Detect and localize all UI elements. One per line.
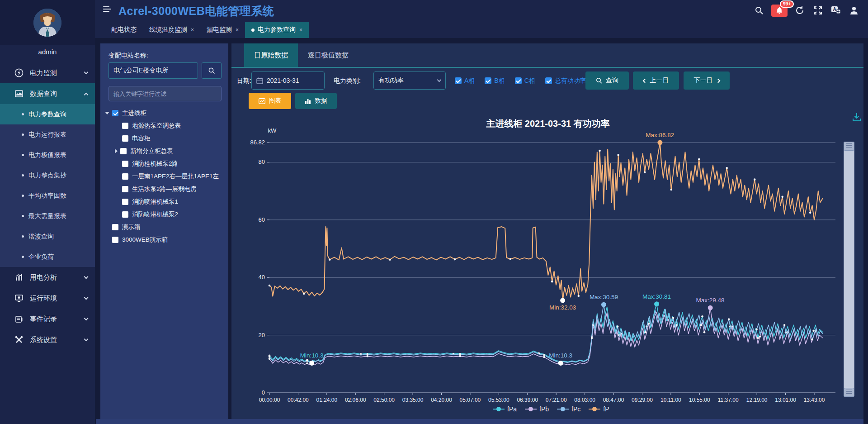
content-tab[interactable]: 日原始数据 — [244, 43, 298, 67]
menu-toggle-icon[interactable] — [103, 6, 111, 13]
sidebar-item[interactable]: 运行环境 — [0, 288, 95, 309]
power-type-select[interactable]: 有功功率 — [373, 71, 446, 90]
top-tab[interactable]: 漏电监测× — [200, 22, 245, 38]
tree-checkbox[interactable] — [122, 123, 128, 129]
tree-item[interactable]: 消防喷淋机械泵2 — [100, 208, 228, 221]
legend-item[interactable]: fPb — [525, 405, 549, 413]
bullet-dot — [22, 215, 24, 217]
sidebar-subitem[interactable]: 电力运行报表 — [0, 124, 95, 145]
sidebar-subitem[interactable]: 电力参数查询 — [0, 104, 95, 124]
sidebar-item[interactable]: 数据查询 — [0, 83, 95, 104]
phase-checkbox[interactable]: B相 — [485, 71, 505, 90]
tree-checkbox[interactable] — [122, 135, 128, 142]
sidebar-item[interactable]: 用电分析 — [0, 267, 95, 288]
analysis-icon — [14, 273, 24, 282]
tree-item[interactable]: 3000WEB演示箱 — [100, 233, 228, 246]
tree-item-label: 消防喷淋机械泵1 — [132, 198, 178, 206]
tree-checkbox[interactable] — [122, 211, 128, 218]
station-name-input[interactable] — [108, 62, 198, 79]
top-tab[interactable]: 线缆温度监测× — [143, 22, 200, 38]
content-tab[interactable]: 逐日极值数据 — [298, 43, 359, 67]
fullscreen-icon[interactable] — [812, 5, 824, 16]
svg-text:07:21:00: 07:21:00 — [546, 397, 567, 403]
next-day-button[interactable]: 下一日 — [684, 71, 730, 90]
close-tab-icon[interactable]: × — [236, 27, 239, 33]
notifications-bell-icon[interactable]: 99+ — [771, 5, 788, 17]
datazoom-bottom-handle[interactable] — [844, 388, 854, 397]
avatar-illustration — [33, 9, 61, 37]
tree-item[interactable]: 消防喷淋机械泵1 — [100, 195, 228, 208]
refresh-icon[interactable] — [794, 5, 806, 16]
chevron-down-icon — [84, 337, 89, 342]
legend-item[interactable]: fPc — [557, 405, 580, 413]
tree-item[interactable]: 生活水泵2路—层弱电房 — [100, 183, 228, 195]
phase-checkbox[interactable]: 总有功功率 — [545, 71, 586, 90]
chart-view-button[interactable]: 图表 — [249, 93, 291, 109]
tree-item[interactable]: 消防栓机械泵2路 — [100, 157, 228, 170]
checkbox-checked-icon[interactable] — [485, 77, 491, 84]
sidebar-item[interactable]: 事件记录 — [0, 309, 95, 329]
top-tab[interactable]: 配电状态 — [105, 22, 143, 38]
previous-day-button[interactable]: 上一日 — [633, 71, 679, 90]
datazoom-top-handle[interactable] — [844, 142, 854, 151]
close-tab-icon[interactable]: × — [191, 27, 194, 33]
sidebar-subitem[interactable]: 企业负荷 — [0, 247, 95, 267]
phase-checkbox[interactable]: A相 — [455, 71, 475, 90]
svg-text:05:07:00: 05:07:00 — [460, 397, 481, 403]
sidebar-subitem[interactable]: 平均功率因数 — [0, 186, 95, 206]
sidebar-subitem[interactable]: 最大需量报表 — [0, 206, 95, 226]
station-search-button[interactable] — [202, 62, 222, 79]
tree-checkbox[interactable] — [112, 110, 118, 116]
tree-checkbox[interactable] — [112, 224, 118, 230]
search-icon[interactable] — [753, 5, 765, 16]
sidebar-subitem[interactable]: 电力极值报表 — [0, 145, 95, 165]
tree-item-label: 地源热泵空调总表 — [132, 122, 181, 130]
tree-item[interactable]: 演示箱 — [100, 221, 228, 233]
chart-legend: fPafPbfPcfP — [493, 405, 609, 413]
bullet-dot — [22, 154, 24, 156]
top-tab-label: 漏电监测 — [207, 26, 232, 34]
tree-expand-icon[interactable] — [105, 112, 109, 114]
tree-item[interactable]: 新增分立柜总表 — [100, 145, 228, 157]
user-icon[interactable] — [848, 5, 860, 16]
tree-item[interactable]: 一层南1APE2右—层北1APE1左 — [100, 170, 228, 183]
top-tab[interactable]: 电力参数查询× — [245, 22, 309, 38]
download-chart-icon[interactable] — [852, 112, 862, 122]
data-view-button[interactable]: 数据 — [295, 93, 337, 109]
tree-checkbox[interactable] — [122, 199, 128, 205]
tree-checkbox[interactable] — [122, 161, 128, 167]
tree-item[interactable]: 主进线柜 — [100, 107, 228, 119]
sidebar-subitem[interactable]: 谐波查询 — [0, 226, 95, 247]
legend-item[interactable]: fPa — [493, 405, 517, 413]
sidebar-item[interactable]: 系统设置 — [0, 329, 95, 350]
sidebar-item[interactable]: 电力监测 — [0, 62, 95, 83]
tree-checkbox[interactable] — [120, 148, 127, 154]
tree-item[interactable]: 电容柜 — [100, 132, 228, 145]
close-tab-icon[interactable]: × — [299, 27, 302, 33]
tree-item[interactable]: 地源热泵空调总表 — [100, 119, 228, 132]
query-button[interactable]: 查询 — [585, 71, 629, 90]
date-input[interactable]: 2021-03-31 — [251, 71, 325, 90]
events-icon — [14, 314, 24, 324]
tree-filter-input[interactable] — [108, 86, 222, 101]
svg-text:09:29:00: 09:29:00 — [632, 397, 653, 403]
translate-icon[interactable]: A — [830, 5, 842, 16]
footer-strip — [96, 419, 863, 424]
tree-checkbox[interactable] — [122, 173, 128, 180]
phase-checkbox-label: 总有功功率 — [555, 71, 586, 90]
checkbox-checked-icon[interactable] — [545, 77, 552, 84]
tree-checkbox[interactable] — [122, 186, 128, 192]
tree-expand-icon[interactable] — [115, 149, 118, 153]
avatar[interactable] — [33, 9, 61, 37]
svg-text:05:53:00: 05:53:00 — [488, 397, 509, 403]
checkbox-checked-icon[interactable] — [455, 77, 462, 84]
sidebar-item-label: 用电分析 — [30, 273, 85, 282]
legend-item[interactable]: fP — [589, 405, 609, 413]
sidebar-subitem[interactable]: 电力整点集抄 — [0, 165, 95, 186]
power-line-chart[interactable]: 02040608086.82kW00:00:0000:42:0001:24:00… — [231, 111, 863, 419]
phase-checkbox[interactable]: C相 — [515, 71, 535, 90]
checkbox-checked-icon[interactable] — [515, 77, 522, 84]
tree-checkbox[interactable] — [112, 237, 118, 243]
svg-text:08:03:00: 08:03:00 — [574, 397, 595, 403]
datazoom-slider[interactable] — [844, 142, 854, 397]
